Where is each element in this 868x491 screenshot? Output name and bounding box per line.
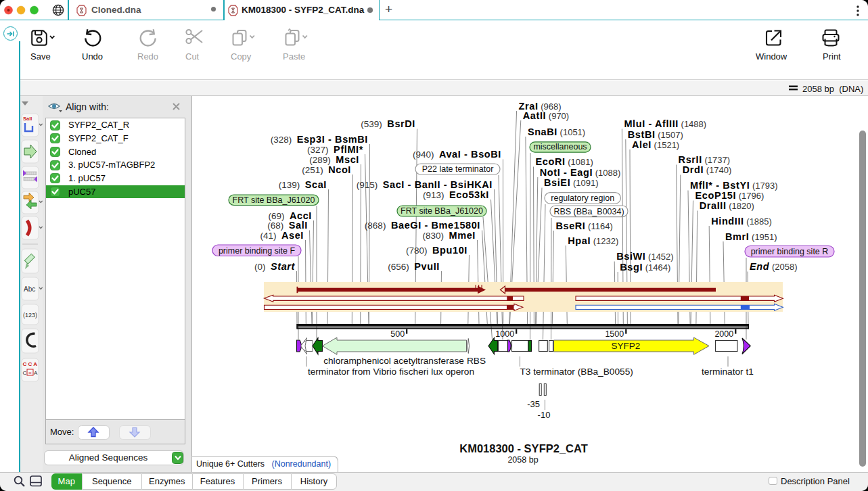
svg-text:1500: 1500 <box>605 329 624 339</box>
svg-text:SnaBI (1051): SnaBI (1051) <box>528 126 585 137</box>
svg-text:(123): (123) <box>23 312 37 319</box>
svg-text:EcoRI (1081): EcoRI (1081) <box>536 156 593 167</box>
svg-text:chloramphenicol acetyltransfer: chloramphenicol acetyltransferase <box>323 356 464 366</box>
svg-text:-35: -35 <box>527 399 540 409</box>
svg-text:BstBI (1507): BstBI (1507) <box>628 129 683 140</box>
svg-text:RsrII (1737): RsrII (1737) <box>679 154 730 165</box>
svg-text:(940) AvaI - BsoBI: (940) AvaI - BsoBI <box>413 149 501 160</box>
svg-text:MluI - AflIII (1488): MluI - AflIII (1488) <box>624 118 706 129</box>
svg-text:terminator t1: terminator t1 <box>702 367 754 377</box>
svg-text:DraIII (1820): DraIII (1820) <box>700 200 754 211</box>
svg-text:(656) PvuII: (656) PvuII <box>388 261 440 272</box>
svg-text:(780) Bpu10I: (780) Bpu10I <box>406 245 467 256</box>
svg-text:500: 500 <box>390 329 405 339</box>
svg-text:2000: 2000 <box>714 329 733 339</box>
svg-text:-10: -10 <box>538 410 551 420</box>
svg-text:C C A: C C A <box>22 361 37 367</box>
svg-text:RBS: RBS <box>467 356 486 366</box>
svg-text:SalI: SalI <box>23 116 32 122</box>
svg-text:EcoP15I (1796): EcoP15I (1796) <box>695 190 764 201</box>
svg-text:AleI (1521): AleI (1521) <box>632 139 679 150</box>
svg-text:(830) MmeI: (830) MmeI <box>423 230 476 241</box>
svg-text:KM018300 - SYFP2_CAT: KM018300 - SYFP2_CAT <box>459 442 588 454</box>
svg-text:(913) Eco53kI: (913) Eco53kI <box>423 189 489 200</box>
svg-text:MflI* - BstYI (1793): MflI* - BstYI (1793) <box>690 180 778 191</box>
svg-text:NotI - EagI (1088): NotI - EagI (1088) <box>540 167 621 178</box>
svg-text:Abc: Abc <box>24 285 35 293</box>
svg-text:T3 terminator (BBa_B0055): T3 terminator (BBa_B0055) <box>520 367 633 377</box>
svg-text:terminator from Vibrio fischer: terminator from Vibrio fischeri lux oper… <box>308 367 474 377</box>
svg-text:primer binding site F: primer binding site F <box>219 246 296 256</box>
svg-text:=: = <box>28 370 32 376</box>
svg-text:AatII (970): AatII (970) <box>523 110 569 121</box>
svg-text:HindIII (1885): HindIII (1885) <box>711 216 772 227</box>
svg-text:(41) AseI: (41) AseI <box>260 230 304 241</box>
svg-text:1000: 1000 <box>495 329 514 339</box>
svg-text:primer binding site R: primer binding site R <box>751 247 829 256</box>
svg-text:2058 bp: 2058 bp <box>507 455 538 465</box>
svg-text:DrdI (1740): DrdI (1740) <box>683 164 732 175</box>
svg-text:(539) BsrDI: (539) BsrDI <box>361 118 415 129</box>
svg-text:(327) PflMI*: (327) PflMI* <box>307 144 363 155</box>
svg-text:P22 late terminator: P22 late terminator <box>422 164 494 174</box>
svg-text:BsgI (1464): BsgI (1464) <box>620 262 670 273</box>
svg-text:(251) NcoI: (251) NcoI <box>302 164 351 175</box>
svg-text:End (2058): End (2058) <box>750 261 797 272</box>
svg-text:BseRI (1164): BseRI (1164) <box>555 220 612 231</box>
svg-text:SYFP2: SYFP2 <box>612 341 641 351</box>
svg-text:(139) ScaI: (139) ScaI <box>279 179 327 190</box>
svg-text:HpaI (1232): HpaI (1232) <box>568 235 618 246</box>
svg-text:A: A <box>34 370 38 376</box>
svg-text:regulatory region: regulatory region <box>551 193 614 203</box>
svg-text:miscellaneous: miscellaneous <box>533 142 587 151</box>
svg-text:(289) MscI: (289) MscI <box>309 154 359 165</box>
svg-text:FRT site BBa_J61020: FRT site BBa_J61020 <box>233 195 315 205</box>
svg-text:(0) Start: (0) Start <box>254 261 296 272</box>
svg-text:(328) Esp3I - BsmBI: (328) Esp3I - BsmBI <box>271 134 368 145</box>
svg-text:RBS (BBa_B0034): RBS (BBa_B0034) <box>553 207 624 216</box>
svg-text:BsiEI (1091): BsiEI (1091) <box>544 177 598 188</box>
svg-text:(915) SacI - BanII - BsiHKAI: (915) SacI - BanII - BsiHKAI <box>357 179 493 190</box>
svg-text:FRT site BBa_J61020: FRT site BBa_J61020 <box>401 206 483 216</box>
svg-text:C: C <box>22 370 26 376</box>
svg-text:BsiWI (1452): BsiWI (1452) <box>616 251 673 262</box>
svg-text:BmrI (1951): BmrI (1951) <box>725 231 777 242</box>
